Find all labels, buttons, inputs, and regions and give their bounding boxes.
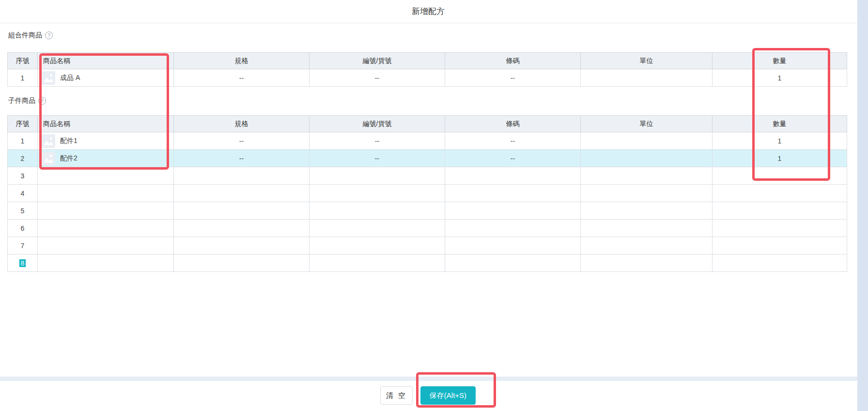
- cell-unit: [581, 150, 713, 167]
- cell-name[interactable]: 配件2: [38, 150, 174, 167]
- cell-qty[interactable]: [713, 185, 847, 202]
- col-header-name: 商品名稱: [38, 116, 174, 132]
- col-header-unit: 單位: [581, 116, 713, 132]
- cell-name[interactable]: [38, 220, 174, 237]
- cell-unit: [581, 202, 713, 220]
- col-header-qty: 數量: [713, 116, 847, 132]
- cell-barcode: [445, 202, 581, 220]
- cell-spec: --: [174, 132, 310, 150]
- cell-code: --: [310, 69, 445, 87]
- clear-button[interactable]: 清 空: [380, 386, 413, 405]
- cell-qty[interactable]: 1: [713, 132, 847, 150]
- cell-spec: [174, 185, 310, 202]
- cell-no: 4: [8, 185, 38, 202]
- cell-no: 7: [8, 237, 38, 254]
- cell-unit: [581, 69, 713, 87]
- cell-code: [310, 202, 445, 220]
- header-divider: [0, 23, 868, 23]
- col-header-no: 序號: [8, 53, 38, 69]
- cell-code: [310, 220, 445, 237]
- cell-name[interactable]: [38, 167, 174, 185]
- cell-qty[interactable]: [713, 254, 847, 272]
- section-title-child: 子件商品: [8, 96, 35, 105]
- cell-spec: [174, 254, 310, 272]
- cell-qty[interactable]: [713, 237, 847, 254]
- cell-barcode: [445, 185, 581, 202]
- composite-table-header-row: 序號 商品名稱 規格 編號/貨號 條碼 單位 數量: [8, 53, 847, 69]
- table-row[interactable]: 5: [8, 202, 847, 220]
- cell-unit: [581, 254, 713, 272]
- table-row[interactable]: 4: [8, 185, 847, 202]
- cell-unit: [581, 220, 713, 237]
- cell-name[interactable]: [38, 237, 174, 254]
- image-placeholder-icon: [42, 71, 55, 85]
- cell-code: --: [310, 132, 445, 150]
- help-icon[interactable]: ?: [45, 32, 53, 39]
- table-row[interactable]: 1 配件1 -- -- -- 1: [8, 132, 847, 150]
- selected-row-number: 8: [19, 259, 26, 267]
- cell-qty[interactable]: 1: [713, 150, 847, 167]
- cell-qty[interactable]: [713, 220, 847, 237]
- table-row[interactable]: 6: [8, 220, 847, 237]
- col-header-spec: 規格: [174, 53, 310, 69]
- vertical-scrollbar[interactable]: [857, 0, 868, 411]
- cell-no: 3: [8, 167, 38, 185]
- cell-name[interactable]: 成品 A: [38, 69, 174, 87]
- table-row-selected[interactable]: 2 配件2 -- -- -- 1: [8, 150, 847, 167]
- save-button[interactable]: 保存(Alt+S): [420, 386, 476, 405]
- col-header-unit: 單位: [581, 53, 713, 69]
- cell-unit: [581, 237, 713, 254]
- section-composite-header: 組合件商品 ?: [8, 31, 53, 40]
- cell-code: [310, 185, 445, 202]
- cell-unit: [581, 167, 713, 185]
- product-name: 配件2: [60, 154, 78, 163]
- cell-spec: --: [174, 150, 310, 167]
- cell-spec: [174, 167, 310, 185]
- cell-qty[interactable]: 1: [713, 69, 847, 87]
- cell-code: [310, 254, 445, 272]
- table-row[interactable]: 3: [8, 167, 847, 185]
- cell-name[interactable]: 配件1: [38, 132, 174, 150]
- cell-barcode: --: [445, 150, 581, 167]
- cell-barcode: [445, 254, 581, 272]
- product-name: 配件1: [60, 137, 78, 145]
- cell-code: [310, 167, 445, 185]
- col-header-no: 序號: [8, 116, 38, 132]
- cell-code: --: [310, 150, 445, 167]
- product-name: 成品 A: [60, 74, 80, 82]
- cell-barcode: --: [445, 69, 581, 87]
- col-header-barcode: 條碼: [445, 116, 581, 132]
- cell-no: 5: [8, 202, 38, 220]
- child-table: 序號 商品名稱 規格 編號/貨號 條碼 單位 數量 1 配件1: [7, 115, 847, 272]
- cell-no: 8: [8, 254, 38, 272]
- cell-barcode: --: [445, 132, 581, 150]
- cell-spec: [174, 237, 310, 254]
- cell-no: 2: [8, 150, 38, 167]
- table-row[interactable]: 1 成品 A -- -- -- 1: [8, 69, 847, 87]
- composite-table: 序號 商品名稱 規格 編號/貨號 條碼 單位 數量 1 成品 A: [7, 52, 847, 87]
- col-header-code: 編號/貨號: [310, 53, 445, 69]
- cell-name[interactable]: [38, 254, 174, 272]
- cell-unit: [581, 132, 713, 150]
- cell-no: 1: [8, 69, 38, 87]
- page-title: 新增配方: [0, 6, 856, 17]
- cell-spec: [174, 202, 310, 220]
- help-icon[interactable]: ?: [38, 97, 46, 105]
- cell-code: [310, 237, 445, 254]
- cell-unit: [581, 185, 713, 202]
- cell-qty[interactable]: [713, 167, 847, 185]
- section-title-composite: 組合件商品: [8, 31, 42, 40]
- cell-qty[interactable]: [713, 202, 847, 220]
- cell-barcode: [445, 220, 581, 237]
- cell-name[interactable]: [38, 185, 174, 202]
- cell-name[interactable]: [38, 202, 174, 220]
- table-row[interactable]: 7: [8, 237, 847, 254]
- footer-actions: 清 空 保存(Alt+S): [380, 386, 476, 405]
- table-row[interactable]: 8: [8, 254, 847, 272]
- cell-barcode: [445, 237, 581, 254]
- child-table-header-row: 序號 商品名稱 規格 編號/貨號 條碼 單位 數量: [8, 116, 847, 132]
- col-header-barcode: 條碼: [445, 53, 581, 69]
- add-formula-dialog: 新增配方 組合件商品 ? 序號 商品名稱 規格 編號/貨號 條碼 單位 數量 1: [0, 0, 868, 411]
- section-child-header: 子件商品 ?: [8, 96, 46, 105]
- footer-divider-band: [0, 377, 857, 381]
